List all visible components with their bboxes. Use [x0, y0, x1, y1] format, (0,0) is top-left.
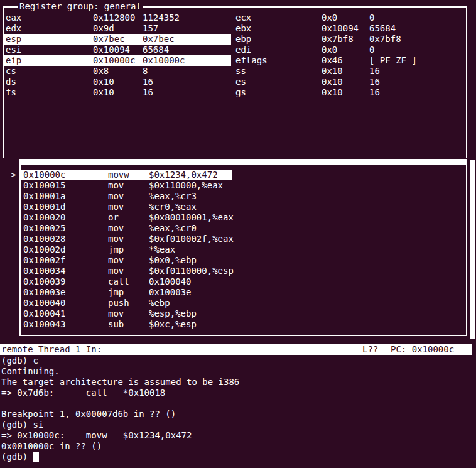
- asm-mnemonic: push: [108, 298, 129, 308]
- register-row: esi0x1009465684edi0x00: [0, 45, 476, 55]
- asm-row[interactable]: 0x10001dmov%cr0,%eax: [0, 202, 476, 212]
- asm-row[interactable]: 0x100041mov%esp,%ebp: [0, 308, 476, 319]
- register-name: ecx: [235, 13, 251, 23]
- register-dec-value: 16: [369, 77, 380, 87]
- asm-operands: %esp,%ebp: [149, 308, 197, 319]
- register-hex-value: 0x10094: [93, 45, 130, 55]
- asm-address: 0x100015: [23, 180, 65, 191]
- asm-row[interactable]: 0x10002fmov$0x0,%ebp: [0, 255, 476, 266]
- console-line: => 0x10000c: movw $0x1234,0x472: [1, 430, 192, 441]
- register-row: eip0x10000c0x10000ceflags0x46[ PF ZF ]: [0, 55, 476, 66]
- asm-row[interactable]: 0x10000cmovw$0x1234,0x472: [0, 170, 476, 180]
- register-name: edx: [6, 23, 21, 34]
- register-row: edx0x9d157ebx0x1009465684: [0, 23, 476, 34]
- asm-row[interactable]: 0x100034mov$0xf0110000,%esp: [0, 266, 476, 276]
- status-line-number: L??: [362, 344, 378, 355]
- asm-row[interactable]: 0x100025mov%eax,%cr0: [0, 223, 476, 234]
- register-hex-value: 0x46: [322, 55, 343, 66]
- register-hex-value: 0x112800: [93, 13, 135, 23]
- register-name: cs: [6, 66, 16, 77]
- status-thread-info: remote Thread 1 In:: [1, 344, 102, 355]
- asm-mnemonic: mov: [108, 191, 124, 202]
- asm-operands: $0x80010001,%eax: [149, 212, 234, 223]
- console-line: 0x0010000c in ?? (): [1, 441, 102, 452]
- asm-operands: $0x1234,0x472: [149, 170, 218, 180]
- asm-address: 0x100028: [23, 234, 65, 244]
- register-name: esp: [6, 34, 21, 45]
- register-dec-value: 65684: [369, 23, 396, 34]
- asm-row[interactable]: 0x100020or$0x80010001,%eax: [0, 212, 476, 223]
- register-dec-value: 0: [369, 45, 374, 55]
- asm-operands: 0x10003e: [149, 287, 191, 298]
- asm-row[interactable]: 0x10003ejmp0x10003e: [0, 287, 476, 298]
- register-name: edi: [235, 45, 251, 55]
- register-name: ebp: [235, 34, 251, 45]
- asm-mnemonic: mov: [108, 255, 124, 266]
- register-dec-value: 0x10000c: [143, 55, 185, 66]
- register-dec-value: [ PF ZF ]: [369, 55, 417, 66]
- asm-mnemonic: jmp: [108, 287, 124, 298]
- register-name: esi: [6, 45, 21, 55]
- register-name: gs: [235, 87, 246, 98]
- asm-row[interactable]: 0x100015mov$0x110000,%eax: [0, 180, 476, 191]
- asm-operands: $0x0,%ebp: [149, 255, 197, 266]
- asm-mnemonic: sub: [108, 319, 124, 330]
- asm-address: 0x100041: [23, 308, 65, 319]
- register-name: es: [235, 77, 246, 87]
- register-dec-value: 1124352: [143, 13, 180, 23]
- asm-address: 0x100040: [23, 298, 65, 308]
- status-pc: PC: 0x10000c: [391, 344, 454, 355]
- assembly-window: > 0x10000cmovw$0x1234,0x4720x100015mov$0…: [0, 157, 476, 342]
- console-line: Breakpoint 1, 0x00007d6b in ?? (): [1, 409, 176, 420]
- register-row: eax0x1128001124352ecx0x00: [0, 13, 476, 23]
- register-hex-value: 0x10: [322, 66, 343, 77]
- asm-row[interactable]: 0x100043sub$0xc,%esp: [0, 319, 476, 330]
- asm-row[interactable]: 0x100039call0x100040: [0, 276, 476, 287]
- asm-mnemonic: call: [108, 276, 129, 287]
- register-dec-value: 8: [143, 66, 148, 77]
- register-hex-value: 0x0: [322, 45, 337, 55]
- register-hex-value: 0x10000c: [93, 55, 135, 66]
- asm-row[interactable]: 0x100040push%ebp: [0, 298, 476, 308]
- register-dec-value: 0x7bec: [143, 34, 175, 45]
- asm-address: 0x10001a: [23, 191, 65, 202]
- console-line: Continuing.: [1, 366, 60, 377]
- console-line: (gdb) c: [1, 356, 38, 366]
- asm-address: 0x100043: [23, 319, 65, 330]
- register-dec-value: 16: [143, 77, 153, 87]
- asm-row[interactable]: 0x10001amov%eax,%cr3: [0, 191, 476, 202]
- register-name: ds: [6, 77, 16, 87]
- console-line: => 0x7d6b: call *0x10018: [1, 388, 165, 398]
- register-hex-value: 0x7bec: [93, 34, 125, 45]
- assembly-window-border-top: [19, 159, 467, 165]
- asm-operands: $0xc,%esp: [149, 319, 197, 330]
- asm-address: 0x100020: [23, 212, 65, 223]
- asm-operands: $0x110000,%eax: [149, 180, 223, 191]
- console-line: The target architecture is assumed to be…: [1, 377, 239, 388]
- asm-address: 0x10000c: [23, 170, 65, 180]
- register-row: ds0x1016es0x1016: [0, 77, 476, 87]
- assembly-window-border-bottom: [19, 335, 467, 336]
- terminal-cursor[interactable]: [33, 452, 39, 462]
- asm-address: 0x10001d: [23, 202, 65, 212]
- asm-address: 0x10003e: [23, 287, 65, 298]
- asm-mnemonic: mov: [108, 308, 124, 319]
- register-dec-value: 0x7bf8: [369, 34, 401, 45]
- asm-address: 0x100025: [23, 223, 65, 234]
- asm-operands: 0x100040: [149, 276, 191, 287]
- register-row: esp0x7bec0x7becebp0x7bf80x7bf8: [0, 34, 476, 45]
- asm-operands: %cr0,%eax: [149, 202, 197, 212]
- gdb-prompt-line[interactable]: (gdb): [1, 452, 33, 462]
- register-name: eax: [6, 13, 21, 23]
- asm-mnemonic: mov: [108, 180, 124, 191]
- asm-address: 0x100034: [23, 266, 65, 276]
- asm-row[interactable]: 0x10002djmp*%eax: [0, 244, 476, 255]
- asm-address: 0x10002f: [23, 255, 65, 266]
- register-name: ebx: [235, 23, 251, 34]
- register-hex-value: 0x7bf8: [322, 34, 354, 45]
- asm-operands: $0xf010002f,%eax: [149, 234, 234, 244]
- register-window: Register group: general eax0x11280011243…: [0, 0, 476, 159]
- asm-row[interactable]: 0x100028mov$0xf010002f,%eax: [0, 234, 476, 244]
- register-dec-value: 65684: [143, 45, 169, 55]
- asm-address: 0x100039: [23, 276, 65, 287]
